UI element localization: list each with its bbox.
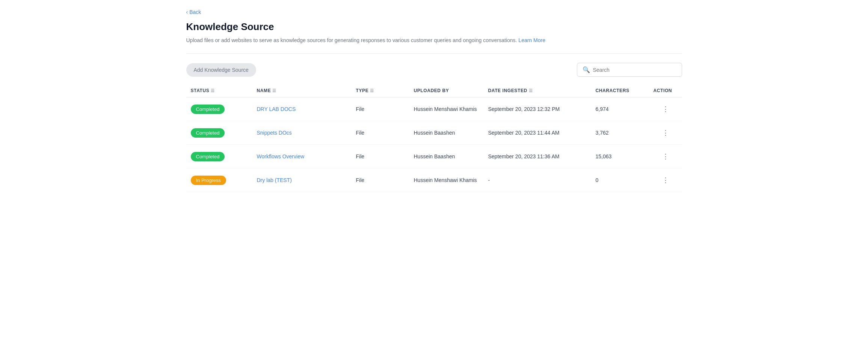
table-body: Completed DRY LAB DOCS File Hussein Mens… — [186, 97, 682, 192]
knowledge-source-name-link[interactable]: Dry lab (TEST) — [257, 177, 292, 183]
table-row: In Progress Dry lab (TEST) File Hussein … — [186, 168, 682, 192]
toolbar: Add Knowledge Source 🔍 — [186, 63, 682, 77]
cell-uploaded-by-2: Hussein Baashen — [409, 145, 484, 168]
row-action-menu-button[interactable]: ⋮ — [659, 127, 672, 138]
page-title: Knowledge Source — [186, 21, 682, 33]
row-action-menu-button[interactable]: ⋮ — [659, 174, 672, 186]
knowledge-source-table: STATUS ☰ NAME ☰ TYPE ☰ UPLOADED — [186, 84, 682, 192]
cell-characters-2: 15,063 — [591, 145, 649, 168]
row-action-menu-button[interactable]: ⋮ — [659, 103, 672, 115]
cell-action-3: ⋮ — [649, 168, 682, 192]
cell-date-ingested-0: September 20, 2023 12:32 PM — [484, 97, 591, 121]
cell-type-3: File — [352, 168, 409, 192]
table-row: Completed Snippets DOcs File Hussein Baa… — [186, 121, 682, 145]
learn-more-link[interactable]: Learn More — [518, 37, 545, 43]
cell-characters-0: 6,974 — [591, 97, 649, 121]
cell-uploaded-by-0: Hussein Menshawi Khamis — [409, 97, 484, 121]
col-header-date-ingested: DATE INGESTED ☰ — [484, 84, 591, 97]
cell-status-1: Completed — [186, 121, 252, 145]
filter-icon-name[interactable]: ☰ — [272, 88, 276, 93]
cell-status-2: Completed — [186, 145, 252, 168]
filter-icon-date[interactable]: ☰ — [529, 88, 533, 93]
cell-type-0: File — [352, 97, 409, 121]
search-container: 🔍 — [577, 63, 682, 77]
col-header-name: NAME ☰ — [252, 84, 352, 97]
cell-name-2: Workflows Overview — [252, 145, 352, 168]
cell-action-2: ⋮ — [649, 145, 682, 168]
table-row: Completed Workflows Overview File Hussei… — [186, 145, 682, 168]
knowledge-source-name-link[interactable]: Snippets DOcs — [257, 130, 292, 136]
knowledge-source-name-link[interactable]: DRY LAB DOCS — [257, 106, 296, 112]
search-input[interactable] — [593, 67, 676, 73]
col-header-uploaded-by: UPLOADED BY — [409, 84, 484, 97]
section-divider — [186, 53, 682, 54]
chevron-left-icon: ‹ — [186, 9, 188, 15]
status-badge: Completed — [191, 128, 225, 138]
table-header-row: STATUS ☰ NAME ☰ TYPE ☰ UPLOADED — [186, 84, 682, 97]
cell-characters-3: 0 — [591, 168, 649, 192]
col-header-type: TYPE ☰ — [352, 84, 409, 97]
table-row: Completed DRY LAB DOCS File Hussein Mens… — [186, 97, 682, 121]
status-badge: Completed — [191, 105, 225, 114]
status-badge: In Progress — [191, 176, 226, 185]
filter-icon-status[interactable]: ☰ — [211, 88, 215, 93]
cell-date-ingested-1: September 20, 2023 11:44 AM — [484, 121, 591, 145]
knowledge-source-name-link[interactable]: Workflows Overview — [257, 153, 305, 159]
cell-date-ingested-2: September 20, 2023 11:36 AM — [484, 145, 591, 168]
status-badge: Completed — [191, 152, 225, 161]
col-header-characters: CHARACTERS — [591, 84, 649, 97]
add-knowledge-source-button[interactable]: Add Knowledge Source — [186, 63, 256, 77]
col-header-status: STATUS ☰ — [186, 84, 252, 97]
cell-uploaded-by-3: Hussein Menshawi Khamis — [409, 168, 484, 192]
cell-name-0: DRY LAB DOCS — [252, 97, 352, 121]
row-action-menu-button[interactable]: ⋮ — [659, 151, 672, 162]
cell-status-3: In Progress — [186, 168, 252, 192]
cell-type-2: File — [352, 145, 409, 168]
back-link[interactable]: ‹ Back — [186, 9, 201, 15]
col-header-action: ACTION — [649, 84, 682, 97]
cell-date-ingested-3: - — [484, 168, 591, 192]
cell-name-3: Dry lab (TEST) — [252, 168, 352, 192]
cell-action-0: ⋮ — [649, 97, 682, 121]
cell-uploaded-by-1: Hussein Baashen — [409, 121, 484, 145]
search-icon: 🔍 — [583, 66, 590, 73]
cell-status-0: Completed — [186, 97, 252, 121]
cell-characters-1: 3,762 — [591, 121, 649, 145]
cell-name-1: Snippets DOcs — [252, 121, 352, 145]
filter-icon-type[interactable]: ☰ — [370, 88, 374, 93]
page-description: Upload files or add websites to serve as… — [186, 36, 682, 44]
cell-type-1: File — [352, 121, 409, 145]
back-label: Back — [189, 9, 201, 15]
cell-action-1: ⋮ — [649, 121, 682, 145]
